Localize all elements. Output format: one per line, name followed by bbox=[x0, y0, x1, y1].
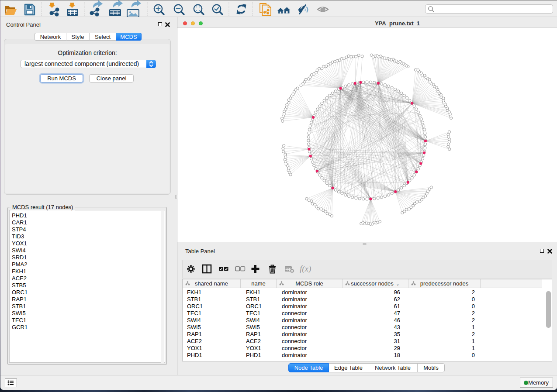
svg-text:f(x): f(x) bbox=[300, 264, 311, 274]
